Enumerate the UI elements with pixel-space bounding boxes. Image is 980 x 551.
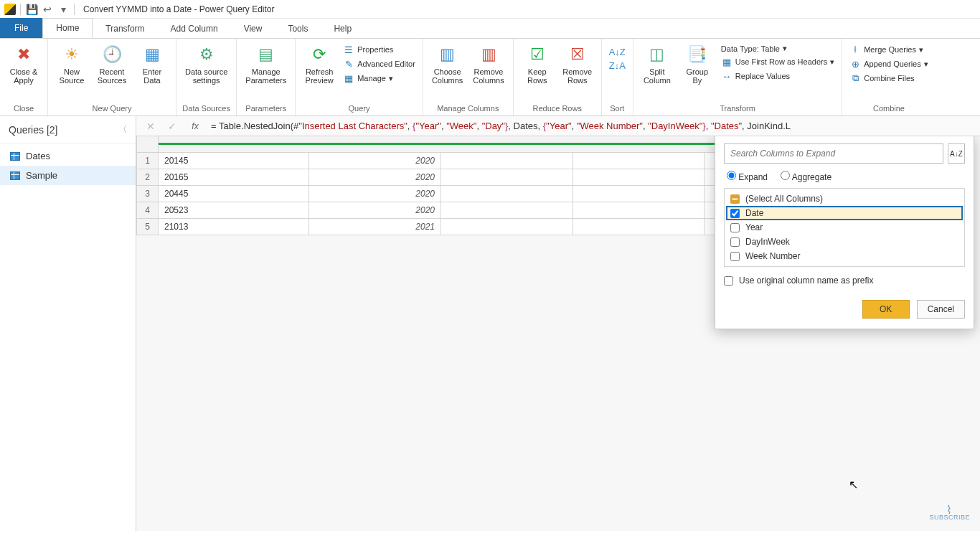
cell[interactable] xyxy=(573,202,705,219)
enter-data-icon: ▦ xyxy=(141,43,164,66)
row-number: 1 xyxy=(137,153,159,169)
tab-home[interactable]: Home xyxy=(42,18,93,38)
headers-icon: ▦ xyxy=(721,56,732,67)
close-apply-button[interactable]: ✖ Close & Apply xyxy=(6,42,42,86)
manage-parameters-button[interactable]: ▤Manage Parameters xyxy=(242,42,289,86)
remove-rows-button[interactable]: ☒Remove Rows xyxy=(560,42,595,86)
qat-save-icon[interactable]: 💾 xyxy=(25,3,38,16)
ribbon-group-query: Query xyxy=(301,103,417,114)
use-prefix-checkbox[interactable] xyxy=(724,276,733,286)
remove-columns-button[interactable]: ▥Remove Columns xyxy=(470,42,507,86)
ribbon-group-transform: Transform xyxy=(639,103,836,114)
column-option-dayinweek[interactable]: DayInWeek xyxy=(726,235,963,249)
search-columns-input[interactable] xyxy=(724,143,943,164)
gear-icon: ⚙ xyxy=(195,43,218,66)
new-source-icon: ☀ xyxy=(60,43,83,66)
cell[interactable] xyxy=(441,169,573,186)
first-row-headers-button[interactable]: ▦Use First Row as Headers ▾ xyxy=(720,55,836,68)
select-all-columns[interactable]: (Select All Columns) xyxy=(726,192,963,206)
cell[interactable]: 2020 xyxy=(309,186,441,202)
column-option-weeknumber[interactable]: Week Number xyxy=(726,249,963,263)
cell[interactable] xyxy=(573,153,705,169)
cell[interactable] xyxy=(573,169,705,186)
properties-button[interactable]: ☰Properties xyxy=(341,43,395,56)
tab-tools[interactable]: Tools xyxy=(275,19,321,38)
ribbon-group-datasources: Data Sources xyxy=(182,103,230,114)
cell[interactable] xyxy=(441,202,573,219)
columns-list: (Select All Columns) Date Year DayInWeek… xyxy=(724,188,965,267)
remove-rows-icon: ☒ xyxy=(566,43,589,66)
cell[interactable] xyxy=(441,153,573,169)
manage-button[interactable]: ▦Manage ▾ xyxy=(341,72,395,85)
row-number: 5 xyxy=(137,219,159,235)
qat-undo-icon[interactable]: ↩ xyxy=(41,3,54,16)
cell[interactable]: 2021 xyxy=(309,219,441,235)
column-option-date[interactable]: Date xyxy=(726,206,963,220)
tab-file[interactable]: File xyxy=(0,18,42,38)
row-number: 4 xyxy=(137,202,159,219)
collapse-queries-icon[interactable]: 〈 xyxy=(118,123,127,136)
sort-asc-button[interactable]: A↓Z xyxy=(608,46,627,58)
radio-aggregate[interactable]: Aggregate xyxy=(781,171,831,182)
properties-icon: ☰ xyxy=(343,44,354,55)
table-icon xyxy=(10,171,20,180)
enter-data-button[interactable]: ▦Enter Data xyxy=(134,42,170,86)
fx-button[interactable]: fx xyxy=(187,121,204,131)
grid-area: ▦ ABCConfirmed delivery date ▾ 1.2Year ▾… xyxy=(136,116,980,531)
cell[interactable]: 2020 xyxy=(309,169,441,186)
append-icon: ⊕ xyxy=(849,58,861,70)
formula-accept-icon[interactable]: ✓ xyxy=(165,121,179,132)
split-icon: ◫ xyxy=(646,43,669,66)
tab-view[interactable]: View xyxy=(231,19,275,38)
refresh-preview-button[interactable]: ⟳Refresh Preview xyxy=(301,42,337,86)
cell[interactable]: 20523 xyxy=(159,202,309,219)
ribbon-group-combine: Combine xyxy=(848,103,930,114)
refresh-icon: ⟳ xyxy=(308,43,331,66)
radio-expand[interactable]: Expand xyxy=(727,171,768,182)
merge-queries-button[interactable]: ⫲Merge Queries ▾ xyxy=(848,43,925,56)
sort-columns-button[interactable]: A↓Z xyxy=(948,143,965,164)
data-type-button[interactable]: Data Type: Table ▾ xyxy=(720,43,788,54)
query-item-sample[interactable]: Sample xyxy=(0,166,136,185)
recent-sources-icon: 🕘 xyxy=(100,43,123,66)
choose-columns-button[interactable]: ▥Choose Columns xyxy=(429,42,466,86)
cancel-button[interactable]: Cancel xyxy=(917,300,965,319)
append-queries-button[interactable]: ⊕Append Queries ▾ xyxy=(848,57,930,70)
advanced-editor-button[interactable]: ✎Advanced Editor xyxy=(341,57,417,70)
cell[interactable]: 21013 xyxy=(159,219,309,235)
dna-icon: ⌇ xyxy=(929,507,970,514)
new-source-button[interactable]: ☀New Source xyxy=(54,42,90,86)
cell[interactable]: 2020 xyxy=(309,202,441,219)
cell[interactable]: 20165 xyxy=(159,169,309,186)
cell[interactable] xyxy=(441,219,573,235)
ok-button[interactable]: OK xyxy=(862,300,910,319)
formula-text[interactable]: = Table.NestedJoin(#"Inserted Last Chara… xyxy=(211,121,791,131)
group-by-button[interactable]: 📑Group By xyxy=(679,42,715,86)
tab-add-column[interactable]: Add Column xyxy=(158,19,231,38)
separator xyxy=(74,4,75,15)
column-option-year[interactable]: Year xyxy=(726,220,963,235)
sort-desc-button[interactable]: Z↓A xyxy=(608,60,627,72)
query-item-dates[interactable]: Dates xyxy=(0,146,136,166)
recent-sources-button[interactable]: 🕘Recent Sources xyxy=(94,42,130,86)
choose-columns-icon: ▥ xyxy=(436,43,459,66)
cell[interactable]: 2020 xyxy=(309,153,441,169)
qat-dropdown-icon[interactable]: ▾ xyxy=(57,3,70,16)
cell[interactable] xyxy=(441,186,573,202)
data-source-settings-button[interactable]: ⚙Data source settings xyxy=(182,42,230,86)
combine-files-button[interactable]: ⧉Combine Files xyxy=(848,72,915,85)
cell[interactable] xyxy=(573,219,705,235)
cell[interactable]: 20145 xyxy=(159,153,309,169)
ribbon-group-sort: Sort xyxy=(608,103,627,114)
formula-cancel-icon[interactable]: ✕ xyxy=(143,121,158,132)
cell[interactable] xyxy=(573,186,705,202)
tab-help[interactable]: Help xyxy=(321,19,364,38)
close-apply-icon: ✖ xyxy=(12,43,35,66)
replace-values-button[interactable]: ↔Replace Values xyxy=(720,70,791,83)
cell[interactable]: 20445 xyxy=(159,186,309,202)
split-column-button[interactable]: ◫Split Column xyxy=(639,42,675,86)
tab-transform[interactable]: Transform xyxy=(93,19,157,38)
app-icon xyxy=(4,4,16,15)
keep-rows-button[interactable]: ☑Keep Rows xyxy=(519,42,555,86)
ribbon-group-parameters: Parameters xyxy=(242,103,289,114)
